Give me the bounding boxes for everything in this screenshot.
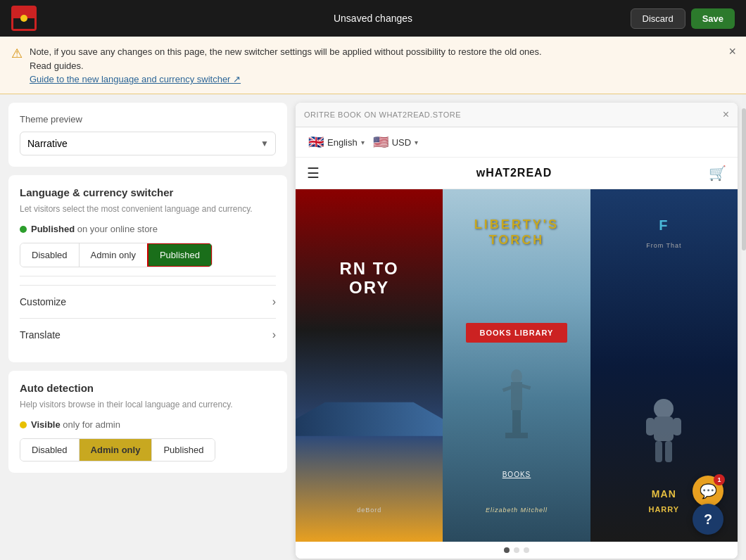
dot-1: [504, 547, 510, 553]
admin-only-button[interactable]: Admin only: [80, 243, 148, 267]
divider: [20, 276, 276, 276]
svg-point-2: [20, 15, 27, 22]
topbar: Unsaved changes Discard Save: [0, 0, 746, 37]
lcs-toggle-group: Disabled Admin only Published: [20, 243, 213, 267]
dot-2: [514, 547, 519, 553]
auto-status-text: Visible only for admin: [31, 419, 120, 430]
left-panel: Theme preview Narrative ▼ Language & cur…: [0, 94, 296, 560]
auto-title: Auto detection: [20, 382, 276, 394]
help-widget[interactable]: ?: [693, 504, 723, 535]
currency-label: USD: [392, 137, 411, 148]
book1-title: RN TO ORY: [340, 260, 399, 297]
browser-bar: ORITRE BOOK ON WHAT2READ.STORE ×: [296, 103, 738, 127]
statue-image: [488, 369, 545, 454]
auto-status-row: Visible only for admin: [20, 419, 276, 430]
language-label: English: [327, 137, 358, 148]
auto-published-button[interactable]: Published: [152, 439, 215, 461]
chat-widget[interactable]: 💬 1: [693, 476, 723, 507]
published-dot: [20, 226, 27, 233]
customize-nav-item[interactable]: Customize ›: [20, 285, 276, 318]
hamburger-icon[interactable]: ☰: [307, 165, 320, 182]
theme-preview-title: Theme preview: [20, 114, 276, 125]
svg-rect-11: [654, 416, 674, 441]
translate-label: Translate: [20, 329, 61, 341]
book3-title: F: [659, 217, 669, 234]
customize-label: Customize: [20, 296, 66, 307]
browser-url: ORITRE BOOK ON WHAT2READ.STORE: [304, 110, 461, 119]
astronaut-image: [643, 398, 685, 471]
svg-rect-14: [655, 441, 662, 462]
lcs-desc: Let visitors select the most convenient …: [20, 203, 276, 215]
book1-car-image: [296, 394, 443, 436]
svg-rect-9: [518, 433, 528, 438]
dots-indicator: [296, 542, 738, 559]
book2-author: Elizabeth Mitchell: [486, 507, 548, 514]
svg-rect-15: [665, 441, 672, 462]
translate-nav-item[interactable]: Translate ›: [20, 318, 276, 351]
lcs-title: Language & currency switcher: [20, 186, 276, 198]
topbar-actions: Discard Save: [631, 8, 735, 29]
browser-window: ORITRE BOOK ON WHAT2READ.STORE × 🇬🇧 Engl…: [296, 103, 738, 559]
hero-area: RN TO ORY deBord LIBERTY'S TORCH: [296, 189, 738, 542]
language-selector[interactable]: 🇬🇧 English ▾: [305, 133, 367, 151]
published-button[interactable]: Published: [147, 243, 213, 267]
auto-admin-only-button[interactable]: Admin only: [80, 439, 153, 461]
right-panel: ORITRE BOOK ON WHAT2READ.STORE × 🇬🇧 Engl…: [296, 94, 746, 560]
book3-name: MAN: [652, 488, 676, 499]
customize-chevron-icon: ›: [272, 295, 276, 308]
alert-message: Note, if you save any changes on this pa…: [30, 46, 542, 57]
alert-message2: Read guides.: [30, 61, 84, 71]
main-layout: Theme preview Narrative ▼ Language & cur…: [0, 94, 746, 560]
published-status-row: Published on your online store: [20, 224, 276, 234]
book2-slice: LIBERTY'S TORCH: [443, 189, 590, 542]
browser-scroll-thumb: [742, 108, 746, 250]
topbar-title: Unsaved changes: [334, 13, 412, 24]
book2-title: LIBERTY'S TORCH: [474, 217, 559, 248]
svg-rect-12: [646, 418, 655, 435]
book1-author: deBord: [357, 507, 381, 514]
store-title: wHAT2READ: [476, 167, 552, 179]
theme-preview-card: Theme preview Narrative ▼: [8, 103, 287, 167]
book-collage: RN TO ORY deBord LIBERTY'S TORCH: [296, 189, 738, 542]
save-button[interactable]: Save: [691, 8, 735, 29]
theme-select[interactable]: Narrative: [20, 132, 276, 155]
discard-button[interactable]: Discard: [631, 8, 685, 29]
cart-icon[interactable]: 🛒: [709, 165, 726, 182]
currency-chevron-icon: ▾: [415, 139, 418, 146]
alert-banner: ⚠ Note, if you save any changes on this …: [0, 37, 746, 94]
chat-icon: 💬: [700, 483, 717, 499]
alert-link[interactable]: Guide to the new language and currency s…: [30, 74, 241, 84]
book1-slice: RN TO ORY deBord: [296, 189, 443, 542]
svg-point-10: [654, 399, 674, 419]
alert-content: Note, if you save any changes on this pa…: [30, 45, 542, 85]
svg-rect-8: [505, 433, 515, 438]
published-status-text: Published on your online store: [31, 224, 158, 234]
currency-selector[interactable]: 🇺🇸 USD ▾: [370, 133, 421, 151]
book3-from: From That: [646, 242, 681, 249]
uk-flag-icon: 🇬🇧: [308, 134, 324, 150]
lang-bar: 🇬🇧 English ▾ 🇺🇸 USD ▾: [296, 127, 738, 158]
alert-close-button[interactable]: ×: [728, 45, 736, 58]
dot-3: [524, 547, 529, 553]
book2-link[interactable]: BOOKS: [502, 471, 531, 478]
browser-scrollbar[interactable]: [742, 94, 746, 560]
book2-cta-button[interactable]: BOOKS LIBRARY: [466, 323, 568, 343]
us-flag-icon: 🇺🇸: [373, 134, 388, 150]
auto-toggle-group: Disabled Admin only Published: [20, 438, 215, 462]
book3-harry: HARRY: [648, 505, 679, 514]
warning-icon: ⚠: [11, 46, 23, 61]
store-nav: ☰ wHAT2READ 🛒: [296, 158, 738, 189]
auto-dot: [20, 421, 27, 428]
svg-rect-13: [673, 418, 681, 435]
auto-desc: Help visitors browse in their local lang…: [20, 398, 276, 411]
auto-detection-card: Auto detection Help visitors browse in t…: [8, 371, 287, 473]
lcs-card: Language & currency switcher Let visitor…: [8, 175, 287, 362]
auto-disabled-button[interactable]: Disabled: [20, 439, 80, 461]
svg-point-3: [511, 369, 522, 383]
chat-badge: 1: [714, 474, 725, 485]
disabled-button[interactable]: Disabled: [20, 243, 80, 267]
translate-chevron-icon: ›: [272, 329, 276, 341]
browser-close-button[interactable]: ×: [723, 108, 729, 121]
theme-select-wrapper[interactable]: Narrative ▼: [20, 132, 276, 155]
help-icon: ?: [704, 511, 712, 528]
